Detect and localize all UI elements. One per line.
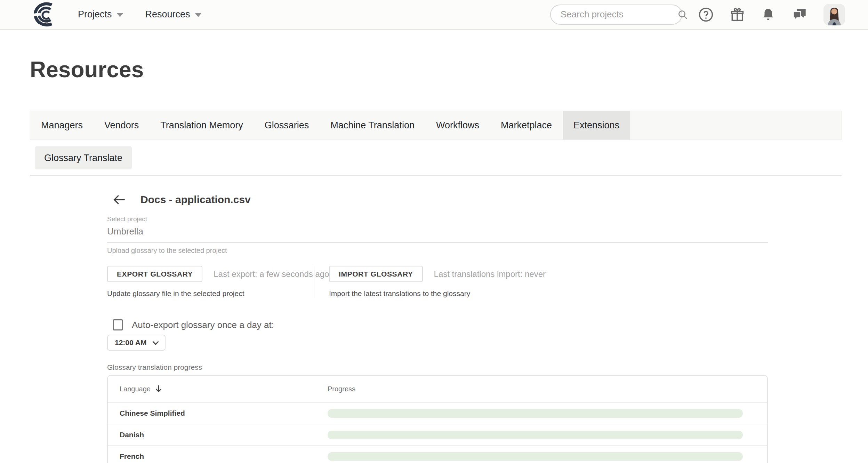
- auto-export-row: Auto-export glossary once a day at:: [107, 319, 768, 330]
- table-row: French: [108, 445, 767, 463]
- select-project-helper: Upload glossary to the selected project: [107, 247, 768, 255]
- search-box[interactable]: [550, 5, 682, 25]
- auto-export-label: Auto-export glossary once a day at:: [132, 320, 274, 330]
- export-section: EXPORT GLOSSARY Last export: a few secon…: [107, 266, 314, 298]
- progress-section-label: Glossary translation progress: [107, 363, 768, 372]
- nav-label: Projects: [78, 9, 112, 20]
- sort-desc-icon: [155, 385, 162, 393]
- subtab-bar: Glossary Translate: [35, 146, 842, 169]
- page-title: Resources: [30, 56, 868, 83]
- search-icon[interactable]: [677, 9, 688, 20]
- tab-bar: ManagersVendorsTranslation MemoryGlossar…: [30, 111, 842, 140]
- import-helper: Import the latest translations to the gl…: [329, 289, 546, 298]
- language-cell: Danish: [120, 431, 328, 439]
- tab-glossaries[interactable]: Glossaries: [254, 111, 320, 139]
- table-header-row: Language Progress: [108, 376, 767, 402]
- auto-export-checkbox[interactable]: [113, 319, 123, 330]
- select-project-field: Select project Umbrella Upload glossary …: [107, 215, 768, 255]
- tab-workflows[interactable]: Workflows: [425, 111, 490, 139]
- import-glossary-button[interactable]: IMPORT GLOSSARY: [329, 266, 423, 282]
- tab-marketplace[interactable]: Marketplace: [490, 111, 563, 139]
- panel-header: Docs - application.csv: [107, 194, 768, 206]
- tab-vendors[interactable]: Vendors: [94, 111, 150, 139]
- select-project-label: Select project: [107, 215, 768, 223]
- last-import-status: Last translations import: never: [434, 269, 546, 279]
- help-icon[interactable]: [698, 7, 714, 22]
- chevron-down-icon: [153, 338, 159, 345]
- column-header-language[interactable]: Language: [120, 385, 328, 393]
- import-section: IMPORT GLOSSARY Last translations import…: [314, 266, 546, 298]
- nav-resources[interactable]: Resources: [145, 9, 201, 20]
- progress-cell: [328, 452, 767, 461]
- top-bar-actions: [550, 4, 845, 25]
- chevron-down-icon: [195, 13, 201, 17]
- tab-extensions[interactable]: Extensions: [563, 111, 630, 139]
- input-underline: [107, 242, 768, 243]
- last-export-status: Last export: a few seconds ago: [214, 269, 329, 279]
- progress-bar: [328, 409, 743, 418]
- nav-projects[interactable]: Projects: [78, 9, 123, 20]
- progress-table: Language Progress Chinese SimplifiedDani…: [107, 375, 768, 463]
- glossary-translate-panel: Docs - application.csv Select project Um…: [107, 194, 768, 463]
- nav-label: Resources: [145, 9, 190, 20]
- progress-cell: [328, 431, 767, 439]
- bell-icon[interactable]: [761, 7, 775, 22]
- app-logo-icon[interactable]: [31, 2, 58, 27]
- project-select[interactable]: Umbrella: [107, 226, 768, 237]
- column-header-progress: Progress: [328, 385, 355, 393]
- tab-machine-translation[interactable]: Machine Translation: [320, 111, 425, 139]
- export-glossary-button[interactable]: EXPORT GLOSSARY: [107, 266, 202, 282]
- language-cell: French: [120, 452, 328, 461]
- back-button[interactable]: [107, 194, 126, 205]
- tab-translation-memory[interactable]: Translation Memory: [150, 111, 254, 139]
- search-input[interactable]: [561, 9, 677, 20]
- progress-bar: [328, 452, 743, 461]
- progress-cell: [328, 409, 767, 418]
- language-cell: Chinese Simplified: [120, 409, 328, 417]
- gift-icon[interactable]: [730, 7, 745, 22]
- tab-managers[interactable]: Managers: [30, 111, 94, 139]
- document-title: Docs - application.csv: [140, 194, 251, 206]
- time-select[interactable]: 12:00 AM: [107, 335, 166, 351]
- table-row: Danish: [108, 424, 767, 445]
- language-column-label: Language: [120, 385, 151, 393]
- export-import-row: EXPORT GLOSSARY Last export: a few secon…: [107, 266, 768, 298]
- table-body: Chinese SimplifiedDanishFrench: [108, 402, 767, 463]
- avatar[interactable]: [823, 4, 845, 25]
- time-select-value: 12:00 AM: [115, 338, 146, 347]
- subtab-glossary-translate[interactable]: Glossary Translate: [35, 146, 132, 169]
- top-nav-bar: ProjectsResources: [0, 0, 868, 30]
- table-row: Chinese Simplified: [108, 402, 767, 424]
- main-nav: ProjectsResources: [78, 9, 201, 20]
- section-divider: [30, 175, 842, 176]
- progress-bar: [328, 431, 743, 439]
- chevron-down-icon: [117, 13, 123, 17]
- export-helper: Update glossary file in the selected pro…: [107, 289, 314, 298]
- chat-icon[interactable]: [791, 7, 807, 22]
